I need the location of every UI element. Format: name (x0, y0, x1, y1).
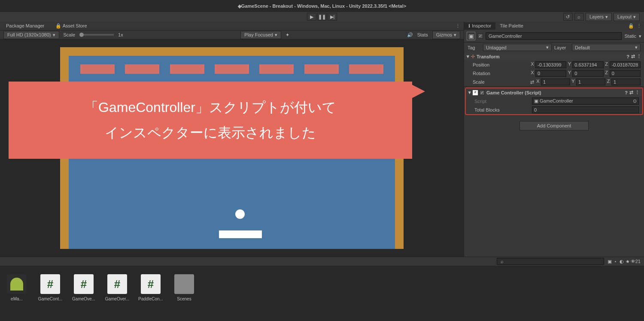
pos-x-input[interactable]: -0.1303399 (535, 61, 566, 68)
ball (235, 209, 245, 219)
tag-label: Tag (468, 45, 480, 50)
layer-dropdown[interactable]: Default▾ (572, 44, 641, 51)
preset-icon[interactable]: ⇄ (631, 54, 635, 59)
total-blocks-input[interactable]: 0 (532, 106, 639, 113)
help-icon[interactable]: ? (626, 54, 629, 59)
transform-icon: ⊹ (471, 54, 475, 59)
rotation-label: Rotation (473, 71, 529, 76)
lock-icon[interactable]: 🔒 (628, 23, 634, 29)
project-item-ema[interactable]: eMa... (4, 274, 29, 301)
game-toolbar: Full HD (1920x1080)▾ Scale 1x Play Focus… (0, 30, 464, 39)
callout-line-2: インスペクターに表示されました (105, 124, 316, 142)
scale-slider[interactable] (79, 34, 114, 36)
rot-x-input[interactable]: 0 (535, 70, 566, 77)
mute-icon[interactable]: 🔊 (407, 32, 413, 38)
menu-icon[interactable]: ⋮ (637, 54, 641, 59)
folder-icon (174, 274, 194, 294)
static-label: Static (624, 33, 636, 39)
script-label: Script (474, 99, 530, 104)
unity-icon: ◈ (238, 3, 241, 9)
favorites-icon[interactable]: ⋆ (613, 258, 619, 264)
play-button[interactable]: ▶ (307, 13, 316, 21)
chevron-down-icon: ▾ (633, 14, 636, 20)
scale-label: Scale (473, 79, 529, 85)
tab-asset-store[interactable]: 🔒 Asset Store (53, 22, 89, 30)
callout-line-1: 「GameController」スクリプトが付いて (85, 98, 336, 117)
undo-history-icon[interactable]: ↺ (563, 13, 573, 21)
block (215, 64, 249, 74)
main-toolbar: ▶ ❚❚ ▶| ↺ ⌕ Layers▾ Layout▾ (0, 12, 644, 21)
project-item-gameover[interactable]: #GameOve... (71, 274, 96, 301)
cube-icon[interactable]: ▣ (467, 32, 475, 40)
project-item-gameover2[interactable]: #GameOver... (105, 274, 130, 301)
menu-icon[interactable]: ⋮ (635, 90, 640, 95)
stats-button[interactable]: Stats (417, 32, 428, 37)
object-name-input[interactable]: GameController (486, 32, 622, 40)
hidden-icon[interactable]: ◐ (619, 258, 625, 264)
layers-dropdown[interactable]: Layers▾ (586, 13, 612, 21)
visibility-icon[interactable]: 👁 (631, 259, 635, 264)
tab-inspector[interactable]: ℹInspector (464, 22, 495, 30)
scl-y-input[interactable]: 1 (576, 79, 605, 85)
position-label: Position (473, 62, 529, 67)
transform-title: Transform (477, 54, 500, 59)
pos-z-input[interactable]: -0.03187028 (610, 61, 641, 68)
layout-dropdown[interactable]: Layout▾ (614, 13, 640, 21)
tab-menu-icon[interactable]: ⋮ (637, 23, 641, 29)
gizmos-dropdown[interactable]: Gizmos▾ (432, 31, 460, 39)
window-title: GameScene - Breakout - Windows, Mac, Lin… (241, 3, 406, 9)
add-component-button[interactable]: Add Component (519, 121, 589, 130)
pause-button[interactable]: ❚❚ (317, 13, 327, 21)
project-item-gamecontroller[interactable]: #GameCont... (38, 274, 63, 301)
chevron-down-icon: ▾ (546, 45, 549, 50)
scl-z-input[interactable]: 1 (611, 79, 641, 85)
block (170, 64, 204, 74)
block (125, 64, 159, 74)
help-icon[interactable]: ? (625, 90, 628, 95)
script-enabled-checkbox[interactable]: ✓ (480, 90, 485, 95)
chevron-down-icon: ▾ (605, 14, 608, 20)
scale-label: Scale (64, 32, 76, 37)
block (304, 64, 339, 74)
scale-link-icon[interactable]: ⇄ (530, 79, 534, 85)
foldout-icon[interactable]: ▾ (468, 90, 471, 95)
chevron-down-icon: ▾ (635, 45, 638, 50)
tab-package-manager[interactable]: Package Manager (3, 22, 47, 29)
step-button[interactable]: ▶| (328, 13, 337, 21)
chevron-down-icon: ▾ (275, 32, 277, 38)
project-panel: ⌕ ▣ ⋆ ◐ ★ 👁21 eMa... #GameCont... #GameO… (0, 257, 644, 321)
play-focused-dropdown[interactable]: Play Focused▾ (240, 31, 281, 39)
filter-icon[interactable]: ▣ (607, 258, 613, 264)
scale-value: 1x (118, 32, 123, 37)
tag-dropdown[interactable]: Untagged▾ (483, 44, 552, 51)
chevron-down-icon: ▾ (454, 32, 456, 38)
preset-icon[interactable]: ⇄ (629, 90, 633, 95)
search-icon[interactable]: ⌕ (574, 13, 584, 21)
paddle (219, 230, 262, 238)
annotation-callout: 「GameController」スクリプトが付いて インスペクターに表示されまし… (9, 82, 412, 159)
chevron-down-icon: ▾ (53, 32, 55, 38)
favorites-icon[interactable]: ★ (625, 258, 631, 264)
script-field: ▣ GameController⊙ (532, 97, 639, 105)
scl-x-input[interactable]: 1 (541, 79, 570, 85)
tab-menu-icon[interactable]: ⋮ (456, 23, 460, 29)
foldout-icon[interactable]: ▾ (467, 54, 469, 59)
project-search-input[interactable]: ⌕ (497, 258, 604, 265)
resolution-dropdown[interactable]: Full HD (1920x1080)▾ (3, 31, 59, 39)
project-item-scenes[interactable]: Scenes (172, 274, 197, 301)
block (259, 64, 294, 74)
tab-tile-palette[interactable]: Tile Palette (495, 22, 528, 29)
bug-icon[interactable]: ✦ (286, 32, 289, 38)
info-icon: ℹ (468, 23, 470, 29)
inspector-panel: ℹInspector Tile Palette 🔒 ⋮ ▣ ✓ GameCont… (464, 21, 644, 257)
static-dropdown-icon[interactable]: ▾ (639, 33, 641, 39)
pos-y-input[interactable]: 0.6337194 (572, 61, 603, 68)
rot-y-input[interactable]: 0 (572, 70, 603, 77)
rot-z-input[interactable]: 0 (610, 70, 641, 77)
view-tabs: Package Manager 🔒 Asset Store ⋮ (0, 21, 464, 30)
script-component-title: Game Controller (Script) (486, 90, 541, 95)
project-item-paddlecontroller[interactable]: #PaddleCon... (138, 274, 163, 301)
object-picker-icon[interactable]: ⊙ (633, 98, 637, 104)
visible-count: 21 (635, 259, 641, 264)
active-checkbox[interactable]: ✓ (478, 33, 483, 39)
